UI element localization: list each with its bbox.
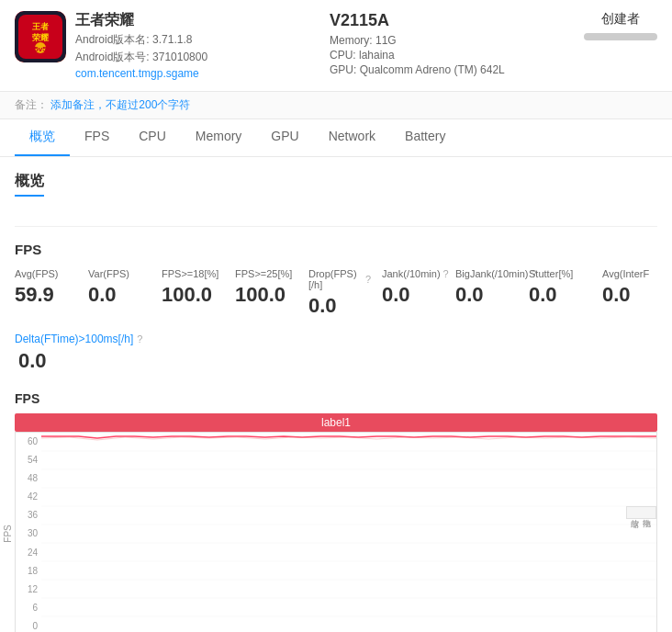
device-memory: Memory: 11G [330,34,547,47]
metric-stutter-value: 0.0 [529,283,591,307]
tab-network[interactable]: Network [314,119,390,156]
metric-drop-fps-label: Drop(FPS)[/h] ? [308,268,371,290]
metric-fps25-value: 100.0 [235,283,297,307]
delta-help-icon[interactable]: ? [137,333,142,344]
delta-label: Delta(FTime)>100ms[/h] ? [15,333,657,345]
metric-bigjank-label: BigJank(/10min) ? [455,268,518,279]
note-bar: 备注： 添加备注，不超过200个字符 [0,92,672,119]
metric-fps18: FPS>=18[%] 100.0 [162,268,235,307]
metric-avg-fps-value: 59.9 [15,283,77,307]
metric-jank-value: 0.0 [382,283,444,307]
divider1 [15,226,657,227]
metric-interframe-label: Avg(InterF [602,268,657,279]
fps-section: FPS Avg(FPS) 59.9 Var(FPS) 0.0 FPS>=18[%… [15,242,657,373]
metric-jank: Jank(/10min) ? 0.0 [382,268,455,307]
fps-title: FPS [15,242,657,257]
header: 王者 荣耀 5v5 王者荣耀 Android版本名: 3.71.1.8 Andr… [0,0,672,92]
metric-var-fps-label: Var(FPS) [88,268,151,279]
metric-fps18-label: FPS>=18[%] [162,268,224,279]
tab-overview[interactable]: 概览 [15,119,70,156]
metric-fps25: FPS>=25[%] 100.0 [235,268,308,307]
drop-fps-help-icon[interactable]: ? [365,274,371,285]
metric-var-fps: Var(FPS) 0.0 [88,268,162,307]
delta-section: Delta(FTime)>100ms[/h] ? 0.0 [15,333,657,373]
metric-fps25-label: FPS>=25[%] [235,268,297,279]
tab-memory[interactable]: Memory [181,119,257,156]
overview-section: 概览 [15,172,657,208]
metric-stutter: Stutter[%] 0.0 [529,268,602,307]
tab-battery[interactable]: Battery [390,119,460,156]
main-content: 概览 FPS Avg(FPS) 59.9 Var(FPS) 0.0 FPS>=1… [0,157,672,632]
delta-value: 0.0 [18,349,657,373]
chart-section: FPS label1 FPS 60 54 48 42 36 30 24 18 [15,391,657,632]
svg-text:王者: 王者 [32,22,50,31]
tab-fps[interactable]: FPS [70,119,124,156]
app-package[interactable]: com.tencent.tmgp.sgame [75,67,293,80]
app-version-code: Android版本号: 371010800 [75,50,293,65]
app-version-name: Android版本名: 3.71.1.8 [75,32,293,48]
metric-drop-fps-value: 0.0 [308,294,371,318]
jank-help-icon[interactable]: ? [443,268,449,279]
fps-metrics-row: Avg(FPS) 59.9 Var(FPS) 0.0 FPS>=18[%] 10… [15,268,657,318]
metric-bigjank-value: 0.0 [455,283,518,307]
tabs: 概览 FPS CPU Memory GPU Network Battery [0,119,672,157]
metric-bigjank: BigJank(/10min) ? 0.0 [455,268,529,307]
chart-body[interactable] [41,433,656,632]
metric-avg-fps-label: Avg(FPS) [15,268,77,279]
creator-section: 创建者 [584,11,657,40]
overview-title: 概览 [15,172,44,197]
tab-cpu[interactable]: CPU [124,119,181,156]
device-cpu: CPU: lahaina [330,49,547,62]
app-icon: 王者 荣耀 5v5 [15,11,66,62]
device-info: V2115A Memory: 11G CPU: lahaina GPU: Qua… [330,11,547,76]
metric-avg-fps: Avg(FPS) 59.9 [15,268,88,307]
tab-gpu[interactable]: GPU [256,119,313,156]
chart-label: label1 [15,413,657,432]
metric-interframe: Avg(InterF 0.0 [602,268,657,307]
creator-label: 创建者 [584,11,657,28]
app-info: 王者荣耀 Android版本名: 3.71.1.8 Android版本号: 37… [75,11,293,80]
svg-text:荣耀: 荣耀 [32,33,49,42]
metric-var-fps-value: 0.0 [88,283,151,307]
y-axis: 60 54 48 42 36 30 24 18 12 6 0 [16,433,41,632]
metric-drop-fps: Drop(FPS)[/h] ? 0.0 [308,268,382,318]
chart-container: label1 FPS 60 54 48 42 36 30 24 18 12 6 [15,413,657,632]
app-name: 王者荣耀 [75,11,293,30]
scrollbar-hint[interactable]: 拖动缩放 [626,506,656,519]
y-axis-title: FPS [3,525,13,542]
chart-title: FPS [15,391,657,406]
metric-stutter-label: Stutter[%] [529,268,591,279]
note-prefix: 备注： [15,98,48,111]
device-gpu: GPU: Qualcomm Adreno (TM) 642L [330,63,547,76]
metric-fps18-value: 100.0 [162,283,224,307]
chart-area[interactable]: FPS 60 54 48 42 36 30 24 18 12 6 0 [15,432,657,632]
device-model: V2115A [330,11,547,30]
creator-avatar-bar [584,33,657,40]
metric-interframe-value: 0.0 [602,283,657,307]
metric-jank-label: Jank(/10min) ? [382,268,444,279]
note-link[interactable]: 添加备注，不超过200个字符 [50,98,190,111]
svg-text:5v5: 5v5 [34,45,47,53]
